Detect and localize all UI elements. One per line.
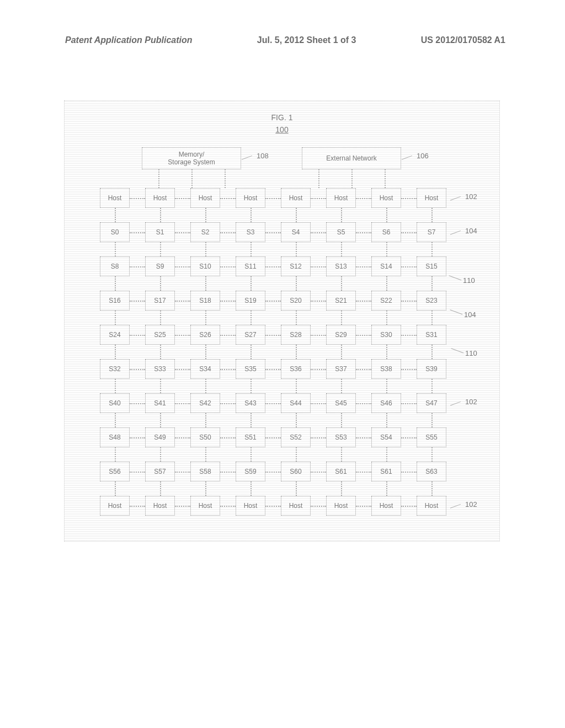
connector-vertical	[431, 345, 433, 359]
ref-108: 108	[257, 152, 269, 160]
connector-vertical	[205, 276, 206, 291]
connector-vertical	[250, 379, 252, 393]
switch-node: S29	[326, 325, 356, 345]
connector-horizontal	[265, 506, 281, 507]
switch-node: S28	[281, 325, 311, 345]
connector-vertical	[341, 481, 342, 496]
connector-horizontal	[130, 266, 145, 267]
switch-label: S33	[154, 365, 166, 373]
external-network-block: External Network	[302, 147, 401, 169]
connector-horizontal	[220, 403, 236, 404]
switch-node: S35	[236, 359, 265, 379]
connector-vertical	[191, 169, 193, 188]
connector-vertical	[205, 242, 206, 256]
connector-horizontal	[356, 369, 371, 370]
switch-node: S52	[281, 427, 311, 447]
switch-label: S12	[290, 263, 301, 270]
switch-label: S31	[425, 331, 437, 339]
switch-label: S26	[199, 331, 211, 339]
switch-node: S19	[236, 291, 265, 311]
host-label: Host	[244, 194, 258, 202]
connector-horizontal	[175, 506, 190, 507]
switch-label: S63	[425, 468, 437, 475]
switch-label: S3	[247, 228, 255, 236]
host-node: Host	[371, 496, 401, 516]
switch-node: S16	[100, 291, 130, 311]
host-label: Host	[108, 502, 122, 510]
connector-horizontal	[356, 506, 371, 507]
connector-vertical	[160, 242, 161, 256]
connector-horizontal	[401, 403, 417, 404]
header-right: US 2012/0170582 A1	[421, 35, 505, 45]
header-left: Patent Application Publication	[65, 35, 193, 45]
switch-label: S23	[425, 297, 437, 304]
connector-horizontal	[130, 472, 145, 473]
connector-horizontal	[311, 301, 326, 302]
connector-vertical	[115, 208, 116, 222]
switch-node: S34	[190, 359, 220, 379]
switch-node: S37	[326, 359, 356, 379]
connector-horizontal	[311, 369, 326, 370]
ref-tick-icon	[447, 275, 462, 286]
switch-node: S25	[145, 325, 175, 345]
switch-label: S44	[290, 399, 301, 407]
switch-label: S15	[425, 263, 437, 270]
connector-vertical	[341, 447, 342, 462]
connector-vertical	[160, 447, 161, 462]
connector-vertical	[386, 276, 387, 291]
figure-area: FIG. 1 100 Memory/ Storage System Extern…	[64, 100, 500, 542]
switch-node: S46	[371, 393, 401, 413]
connector-vertical	[341, 208, 342, 222]
connector-vertical	[160, 208, 161, 222]
switch-label: S9	[156, 263, 164, 270]
connector-horizontal	[130, 301, 145, 302]
host-label: Host	[244, 502, 258, 510]
switch-node: S50	[190, 427, 220, 447]
ref-110b: 110	[465, 349, 477, 357]
connector-horizontal	[401, 301, 417, 302]
host-label: Host	[334, 502, 348, 510]
connector-vertical	[160, 413, 161, 427]
connector-horizontal	[265, 198, 281, 199]
switch-label: S49	[154, 433, 166, 441]
switch-label: S22	[380, 297, 392, 304]
switch-label: S61	[335, 468, 347, 475]
ref-102a: 102	[465, 192, 477, 201]
connector-horizontal	[130, 335, 145, 336]
switch-label: S36	[290, 365, 301, 373]
connector-horizontal	[220, 301, 236, 302]
connector-horizontal	[356, 472, 371, 473]
host-label: Host	[108, 194, 122, 202]
connector-horizontal	[311, 437, 326, 438]
ref-tick-icon	[242, 156, 254, 164]
switch-node: S60	[281, 462, 311, 481]
connector-horizontal	[220, 198, 236, 199]
switch-node: S4	[281, 222, 311, 242]
connector-vertical	[205, 447, 206, 462]
switch-label: S19	[244, 297, 256, 304]
switch-label: S61	[380, 468, 392, 475]
connector-horizontal	[175, 437, 190, 438]
host-node: Host	[100, 188, 130, 208]
connector-horizontal	[175, 301, 190, 302]
connector-horizontal	[175, 232, 190, 233]
switch-label: S50	[199, 433, 211, 441]
switch-label: S43	[244, 399, 256, 407]
switch-node: S56	[100, 462, 130, 481]
host-node: Host	[326, 496, 356, 516]
host-node: Host	[417, 496, 446, 516]
connector-vertical	[160, 481, 161, 496]
switch-label: S55	[425, 433, 437, 441]
host-label: Host	[425, 502, 439, 510]
ref-106: 106	[417, 152, 429, 160]
host-node: Host	[281, 496, 311, 516]
connector-vertical	[115, 379, 116, 393]
host-node: Host	[145, 496, 175, 516]
host-node: Host	[145, 188, 175, 208]
connector-horizontal	[356, 403, 371, 404]
connector-vertical	[205, 311, 206, 325]
switch-node: S14	[371, 256, 401, 276]
switch-label: S48	[109, 433, 120, 441]
host-node: Host	[236, 496, 265, 516]
switch-label: S54	[380, 433, 392, 441]
